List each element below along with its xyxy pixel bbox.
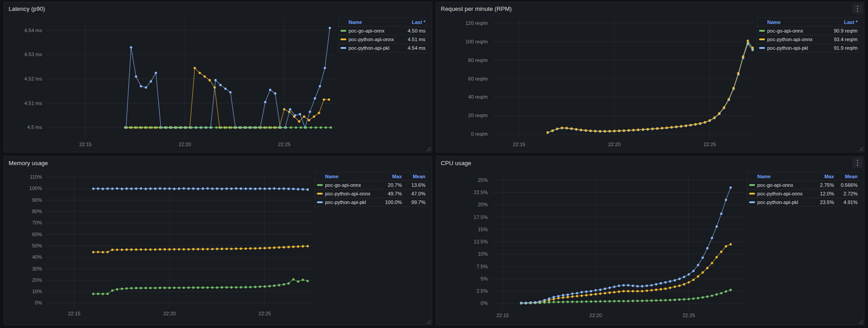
legend-row: poc-go-api-onnx20.7%13.6% (315, 181, 428, 189)
y-tick-label: 60 req/m (468, 76, 488, 81)
series-color-swatch (340, 30, 346, 32)
legend-value: 2.72% (834, 191, 858, 196)
y-tick-label: 20 req/m (468, 113, 488, 118)
legend-col-value[interactable]: Last * (400, 19, 425, 25)
panel-title: Latency (p90) (9, 5, 45, 12)
y-tick-label: 120 req/m (465, 20, 488, 26)
axis-labels: 0%10%20%30%40%50%60%70%80%90%100%110%22:… (29, 174, 271, 316)
legend-col-value[interactable]: Mean (834, 174, 858, 179)
legend-series-name[interactable]: poc-go-api-onnx (767, 28, 824, 33)
legend-series-name[interactable]: poc-go-api-onnx (349, 28, 400, 33)
legend-value: 12.0% (811, 191, 834, 196)
latency-chart[interactable]: 4.5 ms4.51 ms4.52 ms4.53 ms4.54 ms22:152… (4, 15, 338, 151)
panel-title: CPU usage (441, 160, 471, 166)
legend-col-value[interactable]: Last * (824, 19, 858, 25)
panel-latency-p90: Latency (p90) 4.5 ms4.51 ms4.52 ms4.53 m… (4, 2, 432, 152)
legend-series-name[interactable]: poc-go-api-onnx (325, 182, 378, 188)
legend-col-value[interactable]: Max (811, 174, 834, 179)
series-color-swatch (340, 38, 346, 40)
y-tick-label: 100 req/m (465, 39, 488, 44)
series-color-swatch (317, 201, 323, 203)
y-tick-label: 40 req/m (468, 94, 488, 100)
legend-row: poc-python-api-pkl4.54 ms (339, 43, 428, 52)
series-poc-python-api-onnx (92, 245, 309, 253)
legend-col-name[interactable]: Name (767, 19, 824, 25)
panel-menu-kebab-icon[interactable]: ⋮ (853, 158, 863, 168)
cpu-chart[interactable]: 0%2.5%5%7.5%10%12.5%15%17.5%20%22.5%25%2… (436, 169, 747, 324)
legend-series-name[interactable]: poc-python-api-pkl (349, 45, 400, 51)
legend-row: poc-go-api-onnx4.50 ms (339, 26, 428, 35)
legend-row: poc-python-api-onnx49.7%47.0% (315, 189, 428, 198)
legend-col-name[interactable]: Name (349, 19, 400, 25)
rpm-chart[interactable]: 0 req/m20 req/m40 req/m60 req/m80 req/m1… (436, 15, 757, 151)
legend-row: poc-python-api-pkl23.5%4.91% (747, 198, 860, 206)
cpu-legend: NameMaxMeanpoc-go-api-onnx2.75%0.566%poc… (747, 172, 860, 207)
y-tick-label: 10% (478, 251, 488, 257)
legend-series-name[interactable]: poc-python-api-onnx (757, 191, 811, 196)
x-tick-label: 22:15 (68, 311, 80, 316)
panel-memory-usage: Memory usage 0%10%20%30%40%50%60%70%80%9… (4, 156, 432, 325)
series-color-swatch (317, 193, 323, 195)
legend-value: 4.51 ms (400, 37, 425, 42)
y-tick-label: 70% (32, 220, 42, 225)
legend-series-name[interactable]: poc-python-api-onnx (767, 37, 824, 42)
series-color-swatch (340, 47, 346, 49)
y-tick-label: 17.5% (474, 214, 488, 220)
x-tick-label: 22:20 (179, 142, 191, 147)
legend-series-name[interactable]: poc-python-api-onnx (349, 37, 400, 42)
legend-series-name[interactable]: poc-python-api-pkl (767, 45, 824, 51)
legend-series-name[interactable]: poc-python-api-pkl (325, 200, 378, 205)
memory-legend: NameMaxMeanpoc-go-api-onnx20.7%13.6%poc-… (315, 172, 428, 207)
chart-canvas: 0 req/m20 req/m40 req/m60 req/m80 req/m1… (436, 15, 757, 151)
legend-value: 13.6% (402, 182, 425, 188)
series-color-swatch (749, 201, 755, 203)
legend-series-name[interactable]: poc-python-api-onnx (325, 191, 378, 196)
y-tick-label: 80 req/m (468, 57, 488, 63)
legend-value: 0.566% (834, 182, 858, 188)
y-tick-label: 4.53 ms (24, 52, 42, 57)
legend-col-value[interactable]: Max (378, 174, 402, 179)
legend-row: poc-go-api-onnx90.9 req/m (757, 26, 860, 35)
x-tick-label: 22:15 (496, 313, 509, 318)
y-tick-label: 0 req/m (471, 131, 488, 137)
y-tick-label: 60% (32, 232, 42, 237)
grid (491, 174, 745, 309)
panel-header[interactable]: CPU usage (436, 157, 864, 169)
rpm-legend: NameLast *poc-go-api-onnx90.9 req/mpoc-p… (757, 18, 860, 52)
legend-series-name[interactable]: poc-go-api-onnx (757, 182, 811, 188)
latency-legend: NameLast *poc-go-api-onnx4.50 mspoc-pyth… (338, 18, 428, 52)
y-tick-label: 12.5% (474, 239, 488, 244)
grid (491, 19, 755, 138)
y-tick-label: 100% (29, 185, 42, 191)
legend-value: 23.5% (811, 200, 834, 205)
legend-col-value[interactable]: Mean (402, 174, 425, 179)
panel-menu-kebab-icon[interactable]: ⋮ (853, 4, 863, 14)
legend-value: 49.7% (378, 191, 402, 196)
legend-row: poc-python-api-onnx93.4 req/m (757, 35, 860, 43)
x-tick-label: 22:20 (590, 313, 602, 318)
panel-header[interactable]: Request per minute (RPM) (436, 2, 864, 15)
series-color-swatch (749, 193, 755, 195)
panel-title: Request per minute (RPM) (441, 5, 512, 12)
series-poc-go-api-onnx (547, 43, 754, 134)
grid (46, 19, 336, 138)
y-tick-label: 4.51 ms (24, 100, 42, 106)
panel-cpu-usage: CPU usage ⋮ 0%2.5%5%7.5%10%12.5%15%17.5%… (436, 156, 864, 325)
series-color-swatch (749, 184, 755, 186)
legend-series-name[interactable]: poc-python-api-pkl (757, 200, 811, 205)
panel-header[interactable]: Memory usage (4, 157, 432, 169)
axis-labels: 0 req/m20 req/m40 req/m60 req/m80 req/m1… (465, 20, 716, 147)
series-poc-go-api-onnx (92, 278, 309, 295)
memory-chart[interactable]: 0%10%20%30%40%50%60%70%80%90%100%110%22:… (4, 169, 315, 324)
series-poc-python-api-pkl (125, 27, 331, 128)
legend-col-name[interactable]: Name (757, 174, 811, 179)
panel-header[interactable]: Latency (p90) (4, 2, 432, 15)
y-tick-label: 50% (32, 243, 42, 248)
legend-header: NameMaxMean (747, 172, 860, 181)
legend-row: poc-python-api-onnx12.0%2.72% (747, 189, 860, 198)
legend-col-name[interactable]: Name (325, 174, 378, 179)
series-poc-python-api-onnx (124, 67, 330, 129)
chart-canvas: 4.5 ms4.51 ms4.52 ms4.53 ms4.54 ms22:152… (4, 15, 338, 151)
y-tick-label: 20% (32, 277, 42, 283)
y-tick-label: 110% (30, 174, 42, 180)
